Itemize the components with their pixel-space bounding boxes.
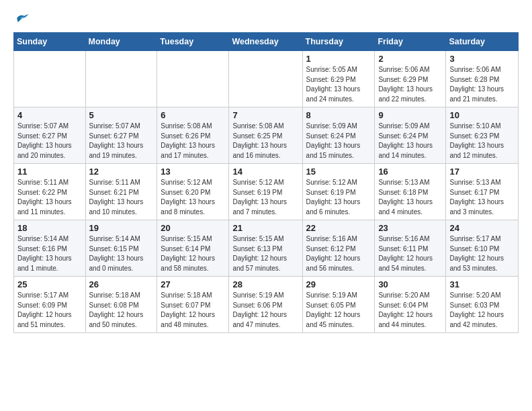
day-number: 25: [17, 279, 82, 289]
day-number: 12: [89, 167, 154, 177]
calendar-week-row: 4Sunrise: 5:07 AM Sunset: 6:27 PM Daylig…: [14, 107, 519, 164]
calendar-cell: 18Sunrise: 5:14 AM Sunset: 6:16 PM Dayli…: [14, 220, 86, 277]
day-detail: Sunrise: 5:12 AM Sunset: 6:20 PM Dayligh…: [161, 178, 225, 217]
day-detail: Sunrise: 5:06 AM Sunset: 6:28 PM Dayligh…: [449, 65, 515, 104]
day-detail: Sunrise: 5:12 AM Sunset: 6:19 PM Dayligh…: [232, 178, 298, 217]
calendar-cell: 5Sunrise: 5:07 AM Sunset: 6:27 PM Daylig…: [85, 107, 157, 164]
calendar-cell: 12Sunrise: 5:11 AM Sunset: 6:21 PM Dayli…: [85, 164, 157, 220]
weekday-header-saturday: Saturday: [446, 33, 519, 51]
calendar-cell: 24Sunrise: 5:17 AM Sunset: 6:10 PM Dayli…: [446, 220, 519, 277]
day-number: 7: [232, 110, 298, 120]
calendar-week-row: 25Sunrise: 5:17 AM Sunset: 6:09 PM Dayli…: [14, 277, 519, 333]
header: [13, 12, 519, 24]
calendar-week-row: 18Sunrise: 5:14 AM Sunset: 6:16 PM Dayli…: [14, 220, 519, 277]
day-number: 6: [161, 110, 225, 120]
calendar-week-row: 1Sunrise: 5:05 AM Sunset: 6:29 PM Daylig…: [14, 51, 519, 107]
day-detail: Sunrise: 5:19 AM Sunset: 6:05 PM Dayligh…: [306, 291, 371, 330]
day-number: 26: [89, 279, 154, 289]
calendar-cell: [85, 51, 157, 107]
weekday-header-friday: Friday: [375, 33, 446, 51]
day-detail: Sunrise: 5:06 AM Sunset: 6:29 PM Dayligh…: [378, 65, 442, 104]
calendar-week-row: 11Sunrise: 5:11 AM Sunset: 6:22 PM Dayli…: [14, 164, 519, 220]
calendar-cell: 2Sunrise: 5:06 AM Sunset: 6:29 PM Daylig…: [375, 51, 446, 107]
day-number: 17: [449, 167, 515, 177]
day-detail: Sunrise: 5:18 AM Sunset: 6:08 PM Dayligh…: [89, 291, 154, 330]
calendar-cell: 29Sunrise: 5:19 AM Sunset: 6:05 PM Dayli…: [302, 277, 375, 333]
day-number: 19: [89, 223, 154, 233]
day-number: 22: [306, 223, 371, 233]
calendar-cell: 13Sunrise: 5:12 AM Sunset: 6:20 PM Dayli…: [157, 164, 229, 220]
calendar-cell: 19Sunrise: 5:14 AM Sunset: 6:15 PM Dayli…: [85, 220, 157, 277]
day-detail: Sunrise: 5:18 AM Sunset: 6:07 PM Dayligh…: [161, 291, 225, 330]
day-detail: Sunrise: 5:16 AM Sunset: 6:11 PM Dayligh…: [378, 234, 442, 273]
day-detail: Sunrise: 5:16 AM Sunset: 6:12 PM Dayligh…: [306, 234, 371, 273]
day-number: 20: [161, 223, 225, 233]
day-detail: Sunrise: 5:14 AM Sunset: 6:15 PM Dayligh…: [89, 234, 154, 273]
day-detail: Sunrise: 5:13 AM Sunset: 6:17 PM Dayligh…: [449, 178, 515, 217]
day-detail: Sunrise: 5:08 AM Sunset: 6:26 PM Dayligh…: [161, 122, 225, 161]
day-detail: Sunrise: 5:13 AM Sunset: 6:18 PM Dayligh…: [378, 178, 442, 217]
page: SundayMondayTuesdayWednesdayThursdayFrid…: [0, 0, 532, 342]
day-number: 27: [161, 279, 225, 289]
day-number: 8: [306, 110, 371, 120]
day-detail: Sunrise: 5:09 AM Sunset: 6:24 PM Dayligh…: [378, 122, 442, 161]
day-number: 1: [306, 54, 371, 64]
day-detail: Sunrise: 5:07 AM Sunset: 6:27 PM Dayligh…: [89, 122, 154, 161]
calendar-cell: 11Sunrise: 5:11 AM Sunset: 6:22 PM Dayli…: [14, 164, 86, 220]
day-number: 15: [306, 167, 371, 177]
day-number: 11: [17, 167, 82, 177]
day-detail: Sunrise: 5:12 AM Sunset: 6:19 PM Dayligh…: [306, 178, 371, 217]
day-number: 3: [449, 54, 515, 64]
calendar-table: SundayMondayTuesdayWednesdayThursdayFrid…: [13, 32, 519, 333]
day-number: 16: [378, 167, 442, 177]
calendar-cell: 9Sunrise: 5:09 AM Sunset: 6:24 PM Daylig…: [375, 107, 446, 164]
day-detail: Sunrise: 5:17 AM Sunset: 6:09 PM Dayligh…: [17, 291, 82, 330]
weekday-header-thursday: Thursday: [302, 33, 375, 51]
day-detail: Sunrise: 5:07 AM Sunset: 6:27 PM Dayligh…: [17, 122, 82, 161]
calendar-cell: 17Sunrise: 5:13 AM Sunset: 6:17 PM Dayli…: [446, 164, 519, 220]
day-detail: Sunrise: 5:11 AM Sunset: 6:21 PM Dayligh…: [89, 178, 154, 217]
day-detail: Sunrise: 5:10 AM Sunset: 6:23 PM Dayligh…: [449, 122, 515, 161]
weekday-header-wednesday: Wednesday: [229, 33, 302, 51]
calendar-cell: [157, 51, 229, 107]
day-detail: Sunrise: 5:08 AM Sunset: 6:25 PM Dayligh…: [232, 122, 298, 161]
calendar-cell: 22Sunrise: 5:16 AM Sunset: 6:12 PM Dayli…: [302, 220, 375, 277]
day-number: 31: [449, 279, 515, 289]
logo: [13, 12, 30, 24]
day-number: 2: [378, 54, 442, 64]
day-number: 9: [378, 110, 442, 120]
day-number: 23: [378, 223, 442, 233]
weekday-header-tuesday: Tuesday: [157, 33, 229, 51]
calendar-cell: 27Sunrise: 5:18 AM Sunset: 6:07 PM Dayli…: [157, 277, 229, 333]
day-detail: Sunrise: 5:17 AM Sunset: 6:10 PM Dayligh…: [449, 234, 515, 273]
weekday-header-monday: Monday: [85, 33, 157, 51]
calendar-cell: 7Sunrise: 5:08 AM Sunset: 6:25 PM Daylig…: [229, 107, 302, 164]
calendar-cell: [14, 51, 86, 107]
day-number: 30: [378, 279, 442, 289]
calendar-cell: 6Sunrise: 5:08 AM Sunset: 6:26 PM Daylig…: [157, 107, 229, 164]
day-detail: Sunrise: 5:14 AM Sunset: 6:16 PM Dayligh…: [17, 234, 82, 273]
calendar-cell: 14Sunrise: 5:12 AM Sunset: 6:19 PM Dayli…: [229, 164, 302, 220]
weekday-header-sunday: Sunday: [14, 33, 86, 51]
day-number: 29: [306, 279, 371, 289]
calendar-cell: 25Sunrise: 5:17 AM Sunset: 6:09 PM Dayli…: [14, 277, 86, 333]
day-number: 10: [449, 110, 515, 120]
calendar-cell: 8Sunrise: 5:09 AM Sunset: 6:24 PM Daylig…: [302, 107, 375, 164]
calendar-cell: 21Sunrise: 5:15 AM Sunset: 6:13 PM Dayli…: [229, 220, 302, 277]
calendar-cell: 15Sunrise: 5:12 AM Sunset: 6:19 PM Dayli…: [302, 164, 375, 220]
calendar-cell: 26Sunrise: 5:18 AM Sunset: 6:08 PM Dayli…: [85, 277, 157, 333]
day-detail: Sunrise: 5:20 AM Sunset: 6:04 PM Dayligh…: [378, 291, 442, 330]
day-number: 28: [232, 279, 298, 289]
calendar-cell: 23Sunrise: 5:16 AM Sunset: 6:11 PM Dayli…: [375, 220, 446, 277]
day-detail: Sunrise: 5:19 AM Sunset: 6:06 PM Dayligh…: [232, 291, 298, 330]
day-detail: Sunrise: 5:05 AM Sunset: 6:29 PM Dayligh…: [306, 65, 371, 104]
calendar-cell: 4Sunrise: 5:07 AM Sunset: 6:27 PM Daylig…: [14, 107, 86, 164]
day-number: 4: [17, 110, 82, 120]
calendar-cell: 28Sunrise: 5:19 AM Sunset: 6:06 PM Dayli…: [229, 277, 302, 333]
day-detail: Sunrise: 5:20 AM Sunset: 6:03 PM Dayligh…: [449, 291, 515, 330]
logo-bird-icon: [15, 12, 30, 24]
calendar-cell: 30Sunrise: 5:20 AM Sunset: 6:04 PM Dayli…: [375, 277, 446, 333]
day-number: 5: [89, 110, 154, 120]
day-detail: Sunrise: 5:15 AM Sunset: 6:14 PM Dayligh…: [161, 234, 225, 273]
weekday-header-row: SundayMondayTuesdayWednesdayThursdayFrid…: [14, 33, 519, 51]
